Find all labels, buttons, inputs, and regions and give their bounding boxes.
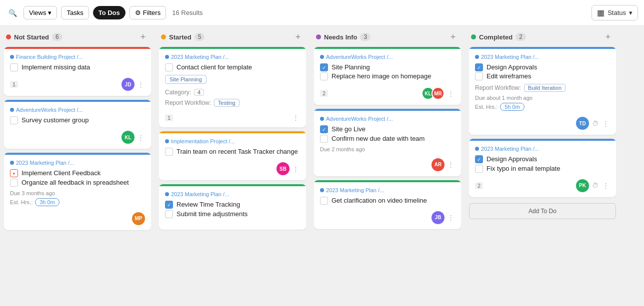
column-count: 6 [52, 33, 62, 41]
more-menu-icon[interactable]: ⋮ [446, 160, 455, 169]
task-row: Confirm new due date with team [320, 134, 455, 143]
card-project-name[interactable]: 2023 Marketing Plan /... [320, 187, 455, 193]
column-add-button[interactable]: + [602, 31, 614, 43]
project-link[interactable]: 2023 Marketing Plan /... [481, 146, 539, 152]
project-link[interactable]: AdventureWorks Project /... [16, 107, 83, 113]
more-menu-icon[interactable]: ⋮ [602, 119, 610, 128]
task-name: Train team on recent Task Tracker change [176, 147, 298, 156]
task-checkbox[interactable] [320, 63, 328, 71]
tasks-button[interactable]: Tasks [61, 6, 88, 19]
task-checkbox[interactable] [165, 201, 173, 209]
project-dot-icon [10, 161, 14, 165]
project-link[interactable]: 2023 Marketing Plan /... [481, 54, 539, 60]
kanban-board: Not Started6+Finance Building Project /.… [0, 26, 644, 306]
timer-icon[interactable]: ⏱ [591, 119, 600, 128]
views-label: Views [29, 9, 46, 16]
more-menu-icon[interactable]: ⋮ [446, 213, 455, 222]
card-action-icons: AR⋮ [432, 158, 455, 171]
task-checkbox[interactable] [320, 135, 328, 143]
timer-icon[interactable]: ⏱ [591, 181, 600, 190]
card-project-name[interactable]: Finance Building Project /... [10, 54, 145, 60]
task-name: Confirm new due date with team [332, 134, 424, 143]
column-not-started: Not Started6+Finance Building Project /.… [0, 26, 155, 306]
card-footer: MP [10, 210, 145, 225]
task-checkbox[interactable] [165, 210, 173, 218]
more-menu-icon[interactable]: ⋮ [136, 133, 145, 142]
card-body: AdventureWorks Project /...Site go LiveC… [314, 111, 461, 176]
est-hrs-value: 3h 0m [35, 198, 60, 206]
filters-button[interactable]: ⚙ Filters [130, 6, 166, 19]
project-dot-icon [165, 192, 169, 196]
task-checkbox[interactable] [10, 169, 18, 177]
card-project-name[interactable]: 2023 Marketing Plan /... [165, 191, 300, 197]
project-link[interactable]: AdventureWorks Project /... [326, 116, 393, 122]
category-value[interactable]: 4 [194, 89, 204, 96]
card-project-name[interactable]: 2023 Marketing Plan /... [475, 54, 610, 60]
project-link[interactable]: 2023 Marketing Plan /... [16, 160, 74, 166]
workflow-value[interactable]: Build Iteration [524, 84, 566, 92]
task-checkbox[interactable] [475, 165, 483, 173]
column-needs-info: Needs Info3+AdventureWorks Project /...S… [310, 26, 465, 306]
column-add-button[interactable]: + [447, 31, 459, 43]
card-project-name[interactable]: AdventureWorks Project /... [320, 54, 455, 60]
project-dot-icon [165, 55, 169, 59]
task-row: Edit wireframes [475, 72, 610, 81]
card-project-name[interactable]: Implementation Project /... [165, 138, 300, 144]
project-link[interactable]: 2023 Marketing Plan /... [171, 54, 229, 60]
card-body: Finance Building Project /...Implement m… [4, 49, 151, 96]
project-link[interactable]: AdventureWorks Project /... [326, 54, 393, 60]
card-tag[interactable]: Site Planning [165, 75, 206, 84]
more-menu-icon[interactable]: ⋮ [446, 89, 455, 98]
task-checkbox[interactable] [320, 197, 328, 205]
task-name: Implement missing data [22, 63, 90, 72]
project-link[interactable]: 2023 Marketing Plan /... [171, 191, 229, 197]
more-menu-icon[interactable]: ⋮ [292, 113, 300, 122]
card-project-name[interactable]: 2023 Marketing Plan /... [475, 146, 610, 152]
project-link[interactable]: 2023 Marketing Plan /... [326, 187, 384, 193]
project-link[interactable]: Finance Building Project /... [16, 54, 83, 60]
task-row: Fix typo in email template [475, 164, 610, 173]
project-link[interactable]: Implementation Project /... [171, 138, 235, 144]
card-action-icons: PK⏱⋮ [576, 179, 610, 192]
card-action-icons: SB⋮ [276, 162, 300, 175]
task-checkbox[interactable] [320, 125, 328, 133]
task-card: 2023 Marketing Plan /...Implement Client… [4, 153, 151, 230]
card-project-name[interactable]: 2023 Marketing Plan /... [10, 160, 145, 166]
card-project-name[interactable]: AdventureWorks Project /... [320, 116, 455, 122]
task-checkbox[interactable] [475, 63, 483, 71]
task-name: Site go Live [332, 125, 366, 134]
task-checkbox[interactable] [10, 63, 18, 71]
column-add-button[interactable]: + [292, 31, 304, 43]
workflow-value[interactable]: Testing [214, 99, 240, 107]
views-button[interactable]: Views ▾ [24, 6, 57, 19]
card-project-name[interactable]: AdventureWorks Project /... [10, 107, 145, 113]
task-checkbox[interactable] [475, 155, 483, 163]
task-checkbox[interactable] [10, 179, 18, 187]
status-dropdown[interactable]: ▦ Status ▾ [592, 5, 638, 20]
column-add-button[interactable]: + [137, 31, 149, 43]
project-dot-icon [475, 147, 479, 151]
column-status-dot [471, 34, 476, 39]
card-project-name[interactable]: 2023 Marketing Plan /... [165, 54, 300, 60]
card-comment-badge: 2 [320, 90, 328, 97]
more-menu-icon[interactable]: ⋮ [602, 181, 610, 190]
more-menu-icon[interactable]: ⋮ [136, 80, 145, 89]
category-label: Category: [165, 89, 191, 96]
task-checkbox[interactable] [475, 72, 483, 80]
task-checkbox[interactable] [165, 63, 173, 71]
card-action-icons: JB⋮ [432, 211, 455, 224]
card-action-icons: MP [132, 212, 145, 225]
task-checkbox[interactable] [320, 72, 328, 80]
add-todo-button[interactable]: Add To Do [469, 203, 616, 219]
search-icon[interactable]: 🔍 [6, 6, 20, 19]
card-footer [165, 223, 300, 225]
results-count: 16 Results [172, 9, 202, 16]
task-row: Organize all feedback in spreadsheet [10, 178, 145, 187]
todos-button[interactable]: To Dos [93, 6, 126, 19]
card-footer: TD⏱⋮ [475, 115, 610, 130]
task-checkbox[interactable] [165, 148, 173, 156]
filter-icon: ⚙ [135, 9, 141, 16]
more-menu-icon[interactable]: ⋮ [292, 164, 300, 174]
task-checkbox[interactable] [10, 116, 18, 124]
column-title: Not Started [14, 33, 49, 41]
